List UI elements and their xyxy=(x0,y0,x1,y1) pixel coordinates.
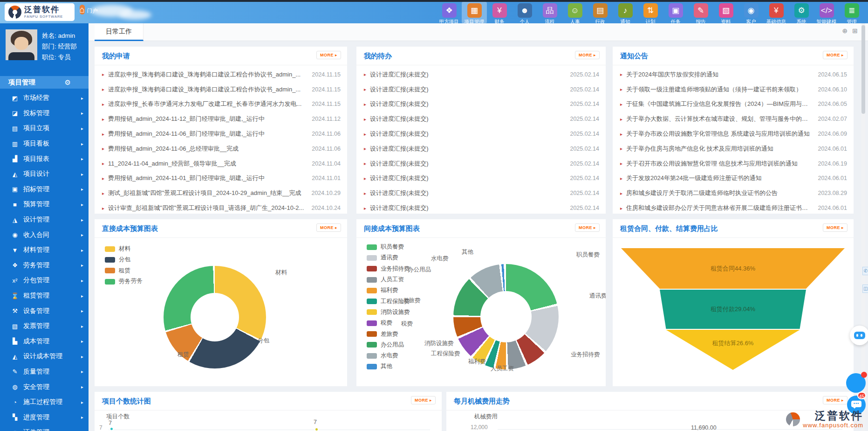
gear-icon[interactable]: ⚙ xyxy=(65,76,71,89)
list-item[interactable]: ▸关于举办市政公用设施数字化管理信息 系统建设与应用培训班的通知2024.06.… xyxy=(613,126,854,141)
sidebar-item[interactable]: ◭设计成本管理▸ xyxy=(0,349,89,364)
topnav-item[interactable]: ☻个人 xyxy=(512,2,537,23)
more-button[interactable]: MORE ▸ xyxy=(316,223,341,232)
sidebar-item[interactable]: ◉收入合同▸ xyxy=(0,227,89,243)
sidebar-item[interactable]: ■预算管理▸ xyxy=(0,197,89,212)
legend-item[interactable]: 人员工资 xyxy=(367,274,410,285)
list-item[interactable]: ▸测试_彭祖新城"四馆"景观工程设计项目_2024-10-29_admin_结束… xyxy=(95,186,347,201)
list-item[interactable]: ▸费用报销_admin_2024-11-06_总经理审批__完成2024.11.… xyxy=(95,141,347,156)
more-button[interactable]: MORE ▸ xyxy=(411,396,436,404)
list-item[interactable]: ▸关于发放2024年第24批一级建造师注册证书的通知2024.06.01 xyxy=(613,171,854,186)
portal-button[interactable]: ⌂ 门户 xyxy=(78,3,99,17)
sidebar-section-project-management[interactable]: 项目管理 ⚙ xyxy=(0,76,89,89)
topnav-item[interactable]: 品流程 xyxy=(537,2,562,23)
assistant-robot-button[interactable] xyxy=(850,326,868,345)
edge-panel-icon[interactable]: ◫ xyxy=(862,285,868,293)
key-icon[interactable]: ⊕ xyxy=(842,27,848,35)
sidebar-item[interactable]: ▥项目看板▸ xyxy=(0,136,89,152)
list-item[interactable]: ▸设计审查_彭祖新城"四馆"景观工程设计项目_请选择_胡广生_2024-10-2… xyxy=(95,201,347,214)
funnel-stage[interactable] xyxy=(621,330,845,370)
sidebar-item[interactable]: ◍安全管理▸ xyxy=(0,379,89,395)
more-button[interactable]: MORE ▸ xyxy=(575,223,600,232)
list-item[interactable]: ▸费用报销_admin_2024-11-12_部门经理审批_胡建,_运行中202… xyxy=(95,111,347,126)
sidebar-item[interactable]: ◩市场经营▸ xyxy=(0,90,89,106)
sidebar-item[interactable]: ◔施工过程管理▸ xyxy=(0,395,89,410)
legend-item[interactable]: 分包 xyxy=(105,254,130,265)
list-item[interactable]: ▸关于领取一级注册建造师增项贴的通知（须持一建证书前来领取）2024.06.10 xyxy=(613,82,854,97)
tab-daily-work[interactable]: 日常工作 xyxy=(95,23,144,41)
list-item[interactable]: ▸设计进度汇报(未提交)2025.02.14 xyxy=(356,111,606,126)
legend-item[interactable]: 消防设施费 xyxy=(367,307,410,318)
list-item[interactable]: ▸11_2024-11-04_admin_经营部_领导审批__完成2024.11… xyxy=(95,156,347,171)
list-item[interactable]: ▸设计进度汇报(未提交)2025.02.14 xyxy=(356,67,606,82)
sidebar-item[interactable]: x²分包管理▸ xyxy=(0,273,89,288)
sidebar-item[interactable]: ◪投标管理▸ xyxy=(0,106,89,121)
topnav-item[interactable]: ⇅计划 xyxy=(638,2,663,23)
list-item[interactable]: ▸住房和城乡建设部办公厅关于同意吉林省开展二级建造师注册证书电子化试点...20… xyxy=(613,201,854,214)
sidebar-item[interactable]: ▤项目立项▸ xyxy=(0,121,89,136)
topnav-item[interactable]: ▦项目管理 xyxy=(462,2,487,23)
list-item[interactable]: ▸设计进度汇报(未提交)2025.02.14 xyxy=(356,201,606,214)
list-item[interactable]: ▸于征集《中国建筑施工行业信息化发展报告（2024）—BIM应用与发展》材料..… xyxy=(613,97,854,112)
topnav-item[interactable]: ☺人事 xyxy=(562,2,588,23)
topnav-item[interactable]: </>智能建模 xyxy=(814,2,839,23)
brand-logo[interactable]: 泛普软件 FANPU SOFTWARE xyxy=(5,3,75,21)
list-item[interactable]: ▸进度款申报_长春市伊通河水力发电厂改建工程_长春市伊通河水力发电...2024… xyxy=(95,97,347,112)
list-item[interactable]: ▸关于2024年国庆节放假安排的通知2024.06.15 xyxy=(613,67,854,82)
sidebar-item[interactable]: ◮设计管理▸ xyxy=(0,212,89,228)
avatar[interactable] xyxy=(6,29,37,60)
expand-icon[interactable]: ⊞ xyxy=(852,27,858,35)
list-item[interactable]: ▸设计进度汇报(未提交)2025.02.14 xyxy=(356,156,606,171)
topnav-item[interactable]: ◉客户 xyxy=(738,2,764,23)
list-item[interactable]: ▸费用报销_admin_2024-11-06_部门经理审批_胡建,_运行中202… xyxy=(95,126,347,141)
scrollbar[interactable] xyxy=(861,23,865,431)
more-button[interactable]: MORE ▸ xyxy=(823,51,847,59)
list-item[interactable]: ▸设计进度汇报(未提交)2025.02.14 xyxy=(356,126,606,141)
topnav-item[interactable]: ¥基础信息 xyxy=(764,2,789,23)
sidebar-item[interactable]: ❖劳务管理▸ xyxy=(0,258,89,273)
legend-item[interactable]: 租赁 xyxy=(105,265,130,276)
legend-item[interactable]: 职员餐费 xyxy=(367,242,410,252)
sidebar-item[interactable]: ⌛租赁管理▸ xyxy=(0,288,89,304)
list-item[interactable]: ▸关于举办大数据、云计算技术在城市建设、规划、管理与服务中的应用培训班...20… xyxy=(613,111,854,126)
more-button[interactable]: MORE ▸ xyxy=(823,396,847,404)
list-item[interactable]: ▸设计进度汇报(未提交)2025.02.14 xyxy=(356,97,606,112)
more-button[interactable]: MORE ▸ xyxy=(823,223,847,232)
list-item[interactable]: ▸房和城乡建设厅关于取消二级建造师临时执业证书的公告2023.08.29 xyxy=(613,186,854,201)
topnav-item[interactable]: ♪通知 xyxy=(613,2,638,23)
legend-item[interactable]: 其他 xyxy=(367,361,410,372)
topnav-item[interactable]: ❖甲方项目 xyxy=(437,2,462,23)
sidebar-item[interactable]: ◭项目设计▸ xyxy=(0,167,89,182)
list-item[interactable]: ▸进度款申报_珠海鹤港口建设_珠海鹤港口建设工程合作协议书_admin_...2… xyxy=(95,67,347,82)
edge-phone-icon[interactable]: ✆ xyxy=(862,267,868,275)
sidebar-item[interactable]: ▙成本管理▸ xyxy=(0,334,89,349)
list-item[interactable]: ▸设计进度汇报(未提交)2025.02.14 xyxy=(356,186,606,201)
list-item[interactable]: ▸设计进度汇报(未提交)2025.02.14 xyxy=(356,171,606,186)
list-item[interactable]: ▸关于举办住房与房地产信息化 技术及应用培训班的通知2024.06.01 xyxy=(613,141,854,156)
sidebar-item[interactable]: ▣招标管理▸ xyxy=(0,182,89,197)
list-item[interactable]: ▸费用报销_admin_2024-11-01_部门经理审批_胡建,_运行中202… xyxy=(95,171,347,186)
list-item[interactable]: ▸设计进度汇报(未提交)2025.02.14 xyxy=(356,82,606,97)
sidebar-item[interactable]: ▼材料管理▸ xyxy=(0,243,89,258)
topnav-item[interactable]: ≣管理 xyxy=(839,2,864,23)
legend-item[interactable]: 业务招待费 xyxy=(367,264,410,274)
legend-item[interactable]: 通讯费 xyxy=(367,252,410,263)
list-item[interactable]: ▸进度款申报_珠海鹤港口建设_珠海鹤港口建设工程合作协议书_admin_...2… xyxy=(95,82,347,97)
sidebar-item[interactable]: ▮证件管理▸ xyxy=(0,425,89,431)
legend-item[interactable]: 差旅费 xyxy=(367,328,410,339)
more-button[interactable]: MORE ▸ xyxy=(316,51,341,59)
sidebar-item[interactable]: ✎质量管理▸ xyxy=(0,364,89,380)
legend-item[interactable]: 福利费 xyxy=(367,285,410,296)
sidebar-item[interactable]: ⚒设备管理▸ xyxy=(0,303,89,319)
legend-item[interactable]: 劳务 xyxy=(105,276,130,287)
topnav-item[interactable]: ✎报告 xyxy=(688,2,713,23)
list-item[interactable]: ▸设计进度汇报(未提交)2025.02.14 xyxy=(356,141,606,156)
scrollbar-thumb[interactable] xyxy=(861,25,865,114)
more-button[interactable]: MORE ▸ xyxy=(575,51,600,59)
topnav-item[interactable]: ▤行政 xyxy=(588,2,613,23)
data-point[interactable] xyxy=(314,427,319,431)
list-item[interactable]: ▸关于召开市政公用设施智慧化管理 信息技术与应用培训班的通知2024.06.19 xyxy=(613,156,854,171)
topnav-item[interactable]: ¥财务 xyxy=(487,2,512,23)
legend-item[interactable]: 水电费 xyxy=(367,350,410,361)
legend-item[interactable]: 材料 xyxy=(105,243,130,254)
